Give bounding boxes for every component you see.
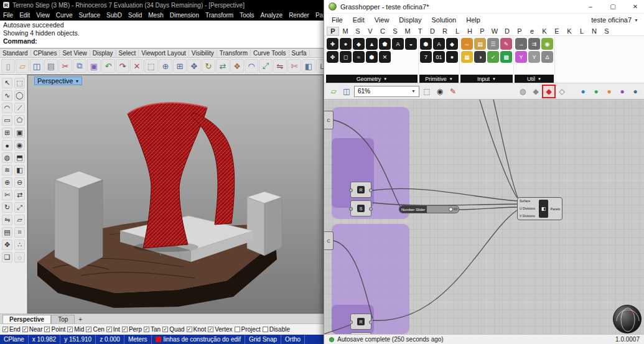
rectangle-tool-icon[interactable]: ▭ [2, 115, 12, 126]
primitive-component-icon[interactable]: 01 [433, 51, 445, 63]
statusbar-pane[interactable]: z 0.000 [96, 335, 124, 344]
geometry-component-icon[interactable]: ✕ [379, 51, 391, 63]
toolbar-tab[interactable]: Set View [60, 50, 90, 57]
toolbar-tab[interactable]: Select [116, 50, 139, 57]
geometry-component-icon[interactable]: ⬢ [366, 51, 378, 63]
osnap-checkbox[interactable] [162, 327, 168, 332]
category-tab[interactable]: M [339, 27, 352, 35]
mirror-icon[interactable]: ⇋ [273, 59, 287, 73]
osnap-checkbox[interactable] [44, 327, 50, 332]
mirror-tool-icon[interactable]: ⇋ [2, 215, 12, 225]
statusbar-pane[interactable]: CPlane [0, 335, 29, 344]
rhino-command-area[interactable]: Autosave succeededShowing 4 hidden objec… [0, 21, 324, 49]
move-tool-icon[interactable]: ⇄ [14, 190, 25, 200]
palette-group-label[interactable]: Input▼ [460, 75, 513, 83]
rhino-menu-item[interactable]: Mesh [145, 12, 166, 19]
toolbar-tab[interactable]: Transform [217, 50, 251, 57]
component-input-label[interactable]: Surface [520, 200, 538, 203]
gh-component[interactable]: S [350, 200, 371, 216]
scale-icon[interactable]: ⤢ [259, 59, 273, 73]
category-tab[interactable]: P [513, 27, 526, 35]
gradient-icon[interactable]: ▦ [461, 51, 473, 63]
undo-icon[interactable]: ↶ [101, 59, 115, 73]
category-tab[interactable]: V [364, 27, 376, 35]
zoom-dropdown[interactable]: 61% ▼ [354, 86, 419, 97]
osnap-option[interactable]: Disable [263, 326, 290, 333]
wireframe-preview-icon[interactable]: ◍ [517, 86, 528, 97]
category-tab[interactable]: e [526, 27, 538, 35]
number-slider[interactable]: Number Slider 30 [399, 205, 459, 213]
osnap-checkbox[interactable] [106, 327, 112, 332]
toolbar-tab[interactable]: CPlanes [31, 50, 60, 57]
rhino-menu-item[interactable]: Render [286, 12, 312, 19]
category-tab[interactable]: S [600, 27, 613, 35]
geometry-component-icon[interactable]: ≈ [353, 51, 365, 63]
grasshopper-menu-item[interactable]: View [370, 16, 394, 24]
category-tab[interactable]: L [451, 27, 464, 35]
toolbar-tab[interactable]: Display [90, 50, 116, 57]
toolbar-tab[interactable]: Surfa [289, 50, 310, 57]
colour-swatch-icon[interactable]: ▩ [500, 51, 512, 63]
geometry-component-icon[interactable]: ◻ [340, 51, 352, 63]
sphere-purple-icon[interactable]: ● [617, 86, 628, 97]
primitive-component-icon[interactable]: ◆ [446, 38, 458, 50]
osnap-option[interactable]: Int [106, 326, 120, 333]
geometry-component-icon[interactable]: ● [340, 38, 352, 50]
geometry-component-icon[interactable]: ✚ [327, 38, 338, 50]
geometry-component-icon[interactable]: ◆ [353, 38, 365, 50]
redo-icon[interactable]: ↷ [116, 59, 129, 73]
line-tool-icon[interactable]: ⟋ [14, 103, 25, 113]
button-icon[interactable]: ◉ [541, 38, 553, 50]
join-icon[interactable]: ⊔ [316, 59, 324, 73]
statusbar-pane[interactable]: y 151.910 [60, 335, 96, 344]
category-tab[interactable]: W [488, 27, 501, 35]
boolean-union-tool-icon[interactable]: ⊕ [2, 177, 12, 188]
category-tab[interactable]: R [439, 27, 451, 35]
number-slider-icon[interactable]: ⇔ [461, 38, 473, 50]
primitive-component-icon[interactable]: ● [446, 51, 458, 63]
boolean-difference-tool-icon[interactable]: ⊖ [14, 177, 25, 188]
category-tab[interactable]: M [401, 27, 414, 35]
save-definition-icon[interactable]: ◫ [341, 86, 352, 97]
zoom-selection-icon[interactable]: ⬚ [421, 86, 432, 97]
category-tab[interactable]: H [464, 27, 476, 35]
cylinder-tool-icon[interactable]: ◍ [2, 152, 12, 163]
lasso-tool-icon[interactable]: ⬚ [14, 78, 25, 88]
command-prompt[interactable]: Command: [3, 37, 320, 45]
osnap-checkbox[interactable] [235, 327, 240, 332]
digit-scroller-icon[interactable]: ✎ [500, 38, 512, 50]
knob-icon[interactable]: ◑ [474, 51, 486, 63]
rhino-menu-item[interactable]: Tools [236, 12, 257, 19]
copy-icon[interactable]: ⧉ [73, 59, 86, 73]
rotate-tool-icon[interactable]: ↻ [2, 202, 12, 213]
rotate-view-icon[interactable]: ↻ [202, 59, 215, 73]
preview-eye-icon[interactable]: ◉ [434, 86, 446, 97]
select-tool-icon[interactable]: ↖ [2, 78, 12, 88]
grasshopper-menu-item[interactable]: File [327, 16, 348, 24]
category-tab[interactable]: P [476, 27, 488, 35]
statusbar-pane[interactable]: Meters [124, 335, 152, 344]
flask-white-icon[interactable]: Y [528, 51, 540, 63]
component-input-label[interactable]: U Divisions [520, 207, 538, 210]
rhino-menu-item[interactable]: File [0, 12, 16, 19]
boolean-toggle-icon[interactable]: ✓ [487, 51, 499, 63]
close-button[interactable]: ✕ [626, 0, 644, 13]
rhino-menu-item[interactable]: Surface [76, 12, 103, 19]
osnap-checkbox[interactable] [122, 327, 128, 332]
viewport-tab[interactable]: Perspective [2, 315, 51, 323]
divide-surface-component[interactable]: SurfaceU DivisionsV Divisions ◧ Panels [517, 197, 562, 220]
geometry-component-icon[interactable]: ⬟ [379, 38, 391, 50]
gumball-tool-icon[interactable]: ✥ [2, 239, 12, 250]
rotate-icon[interactable]: ◠ [245, 59, 258, 73]
toolbar-tab[interactable]: Viewport Layout [139, 50, 189, 57]
osnap-option[interactable]: Knot [187, 326, 207, 333]
value-list-icon[interactable]: ☰ [487, 38, 499, 50]
hide-tool-icon[interactable]: ◌ [14, 252, 25, 263]
osnap-checkbox[interactable] [2, 327, 8, 332]
save-icon[interactable]: ◫ [30, 59, 44, 73]
category-tab[interactable]: D [426, 27, 439, 35]
perspective-viewport[interactable]: Perspective ▼ [27, 75, 324, 314]
rhino-menu-item[interactable]: Analyze [258, 12, 286, 19]
mesh-preview-icon[interactable]: ◆ [530, 86, 541, 97]
trim-tool-icon[interactable]: ✄ [2, 190, 12, 200]
